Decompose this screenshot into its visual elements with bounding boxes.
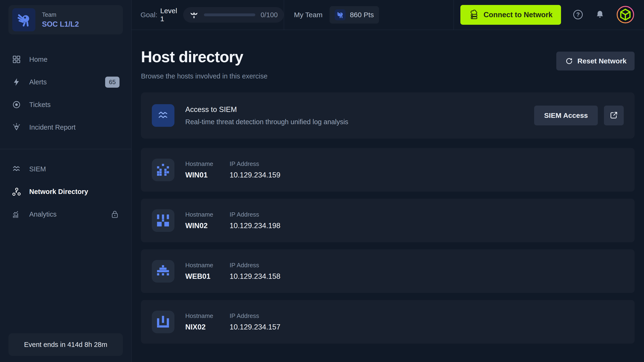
hostname-column: Hostname WIN01 (185, 160, 230, 179)
hostname-label: Hostname (185, 262, 230, 269)
network-nodes-icon (12, 187, 21, 196)
ip-column: IP Address 10.129.234.157 (230, 312, 280, 331)
ip-label: IP Address (230, 312, 280, 320)
host-row-nix02: Hostname NIX02 IP Address 10.129.234.157 (141, 300, 634, 344)
siem-card-actions: SIEM Access (534, 106, 624, 126)
ip-label: IP Address (230, 211, 280, 218)
app-root: Team SOC L1/L2 Home (0, 0, 644, 362)
pixel-host-win02-icon (152, 209, 174, 232)
pixel-host-win01-icon (152, 158, 174, 181)
goal-section: Goal: Level 1 0/100 (132, 0, 284, 30)
ip-value: 10.129.234.157 (230, 323, 280, 331)
external-link-icon (609, 110, 618, 121)
hostname-value: WIN01 (185, 171, 230, 179)
sidebar-item-incident-report[interactable]: Incident Report (0, 116, 131, 138)
goal-label: Goal: (140, 11, 158, 19)
hostname-label: Hostname (185, 211, 230, 218)
ip-value: 10.129.234.159 (230, 171, 280, 179)
help-icon: ? (572, 9, 584, 21)
sidebar-item-label: Analytics (29, 210, 56, 218)
team-name: SOC L1/L2 (42, 20, 79, 28)
hostname-value: NIX02 (185, 323, 230, 331)
alerts-count-badge: 65 (105, 76, 120, 88)
cloud-server-icon (469, 10, 479, 20)
page-subtitle: Browse the hosts involved in this exerci… (141, 72, 268, 80)
event-countdown-text: Event ends in 414d 8h 28m (24, 341, 107, 348)
connect-button-label: Connect to Network (484, 10, 552, 19)
event-countdown: Event ends in 414d 8h 28m (8, 333, 123, 356)
team-points-pill[interactable]: 860 Pts (330, 6, 379, 24)
sidebar-item-tickets[interactable]: Tickets (0, 93, 131, 116)
waves-icon (152, 104, 174, 127)
hostname-column: Hostname NIX02 (185, 312, 230, 331)
siem-card-text: Access to SIEM Real-time threat detectio… (185, 105, 348, 126)
bell-icon (595, 10, 605, 20)
sidebar-item-network-directory[interactable]: Network Directory (0, 180, 131, 203)
host-row-win02: Hostname WIN02 IP Address 10.129.234.198 (141, 199, 634, 242)
bolt-icon (12, 77, 21, 87)
notifications-button[interactable] (595, 10, 605, 20)
sidebar-item-alerts[interactable]: Alerts 65 (0, 71, 131, 93)
avatar-cube-icon (616, 6, 634, 24)
siem-access-card: Access to SIEM Real-time threat detectio… (141, 92, 634, 138)
ip-value: 10.129.234.158 (230, 272, 280, 281)
bar-chart-icon (12, 210, 21, 219)
sidebar-item-label: SIEM (29, 165, 46, 173)
refresh-icon (564, 56, 573, 66)
host-list: Hostname WIN01 IP Address 10.129.234.159 (141, 148, 634, 344)
hostname-column: Hostname WIN02 (185, 211, 230, 230)
help-button[interactable]: ? (572, 9, 584, 21)
sidebar-nav: Home Alerts 65 Tickets (0, 48, 131, 226)
grid-icon (12, 55, 21, 64)
sidebar-item-label: Network Directory (29, 188, 88, 196)
sidebar-item-label: Tickets (29, 101, 51, 109)
lock-icon (110, 210, 120, 219)
team-card[interactable]: Team SOC L1/L2 (8, 5, 123, 34)
my-team-section: My Team 860 Pts (284, 0, 454, 30)
ip-column: IP Address 10.129.234.159 (230, 160, 280, 179)
pixel-host-web01-icon (152, 260, 174, 282)
ip-column: IP Address 10.129.234.158 (230, 262, 280, 281)
sidebar-item-label: Alerts (29, 78, 47, 86)
topbar-actions: Connect to Network ? (454, 0, 644, 30)
svg-text:?: ? (576, 11, 580, 18)
hostname-label: Hostname (185, 160, 230, 168)
sidebar-item-home[interactable]: Home (0, 48, 131, 71)
sidebar-item-analytics[interactable]: Analytics (0, 203, 131, 226)
my-team-label: My Team (294, 11, 322, 19)
page-title: Host directory (141, 48, 268, 66)
team-meta: Team SOC L1/L2 (42, 11, 79, 28)
reset-button-label: Reset Network (578, 57, 626, 65)
team-bird-logo-icon (12, 8, 35, 31)
sidebar-footer: Event ends in 414d 8h 28m (0, 333, 131, 362)
host-row-web01: Hostname WEB01 IP Address 10.129.234.158 (141, 249, 634, 293)
ip-value: 10.129.234.198 (230, 222, 280, 230)
profile-avatar[interactable] (616, 6, 634, 24)
waves-icon (12, 164, 21, 174)
main-column: Goal: Level 1 0/100 My Team (132, 0, 644, 362)
host-row-win01: Hostname WIN01 IP Address 10.129.234.159 (141, 148, 634, 192)
goal-progress-text: 0/100 (260, 11, 278, 19)
sidebar-item-label: Incident Report (29, 124, 76, 131)
hostname-label: Hostname (185, 312, 230, 320)
siem-access-button[interactable]: SIEM Access (534, 106, 598, 126)
content: Host directory Browse the hosts involved… (132, 30, 644, 362)
goal-value: Level 1 (160, 7, 177, 23)
hostname-value: WIN02 (185, 222, 230, 230)
topbar: Goal: Level 1 0/100 My Team (132, 0, 644, 30)
target-icon (12, 100, 21, 109)
page-header: Host directory Browse the hosts involved… (141, 48, 634, 80)
pixel-host-nix02-icon (152, 310, 174, 333)
connect-to-network-button[interactable]: Connect to Network (460, 5, 561, 25)
hostname-column: Hostname WEB01 (185, 262, 230, 281)
sidebar: Team SOC L1/L2 Home (0, 0, 132, 362)
ip-label: IP Address (230, 262, 280, 269)
ip-column: IP Address 10.129.234.198 (230, 211, 280, 230)
siem-external-link-button[interactable] (604, 106, 624, 126)
rank-emblem-icon (189, 10, 199, 20)
team-label: Team (42, 11, 79, 18)
page-heading-group: Host directory Browse the hosts involved… (141, 48, 268, 80)
siren-icon (12, 122, 21, 132)
reset-network-button[interactable]: Reset Network (556, 52, 634, 70)
sidebar-item-siem[interactable]: SIEM (0, 158, 131, 180)
